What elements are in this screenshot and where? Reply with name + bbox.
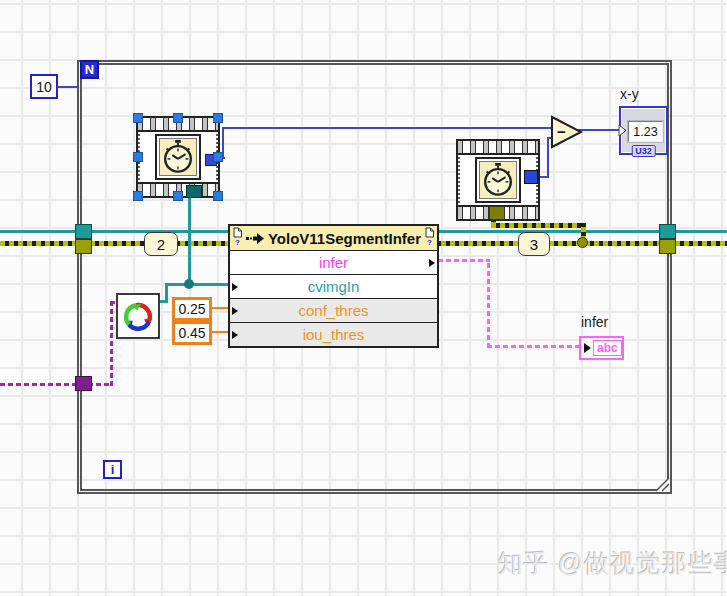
labview-block-diagram-canvas: N i 10 2 3 xyxy=(0,0,727,596)
xy-indicator-label: x-y xyxy=(620,86,639,102)
infer-indicator-label: infer xyxy=(581,314,608,330)
clock-vi-1[interactable] xyxy=(136,116,220,198)
color-convert-node[interactable] xyxy=(116,293,160,339)
output-terminal-arrow-icon xyxy=(429,259,435,267)
cluster-tunnel-left[interactable] xyxy=(75,376,92,391)
iou-thres-constant[interactable]: 0.45 xyxy=(172,321,212,345)
yolo-node-title: YoloV11SegmentInfer xyxy=(268,230,421,247)
input-terminal-arrow-icon xyxy=(232,307,238,315)
input-terminal-arrow-icon xyxy=(232,331,238,339)
yolo-row-conf-thres[interactable]: conf_thres xyxy=(230,298,437,322)
loop-iteration-terminal[interactable]: i xyxy=(103,460,122,479)
yolo-row-iou-thres[interactable]: iou_thres xyxy=(230,322,437,346)
input-terminal-arrow-icon xyxy=(232,283,238,291)
image-tunnel-right[interactable] xyxy=(659,224,676,239)
filmstrip-top-band xyxy=(458,141,538,155)
xy-indicator-type-tag: U32 xyxy=(631,145,656,157)
image-tunnel-left[interactable] xyxy=(75,224,92,239)
loop-count-wire[interactable] xyxy=(57,86,78,88)
xy-indicator-value: 1.23 xyxy=(628,121,663,142)
loop-count-terminal[interactable]: N xyxy=(80,60,99,79)
error-tunnel-right[interactable] xyxy=(659,239,676,254)
clock2-output-terminal[interactable] xyxy=(524,170,538,184)
yolo-node-header[interactable]: ? YoloV11SegmentInfer ? xyxy=(230,226,437,250)
error-in-terminal-icon[interactable]: ? xyxy=(232,227,243,247)
stopwatch-icon xyxy=(160,138,196,176)
xy-numeric-indicator[interactable]: 1.23 U32 xyxy=(619,106,668,155)
indicator-input-arrow-icon xyxy=(584,343,591,353)
infer-string-indicator[interactable]: abc xyxy=(579,336,624,360)
selection-handle[interactable] xyxy=(173,113,183,123)
rgb-arrows-icon xyxy=(118,295,158,337)
error-out-terminal-icon[interactable]: ? xyxy=(424,227,435,247)
conf-thres-constant[interactable]: 0.25 xyxy=(172,297,212,321)
wire-label-2[interactable]: 2 xyxy=(144,232,178,256)
yolo-segment-infer-node[interactable]: ? YoloV11SegmentInfer ? infer cvimgIn xyxy=(228,224,439,348)
selection-handle[interactable] xyxy=(133,113,143,123)
stopwatch-icon xyxy=(480,161,516,199)
subtract-operator: − xyxy=(555,123,568,140)
loop-count-constant[interactable]: 10 xyxy=(30,74,58,99)
selection-handle[interactable] xyxy=(133,191,143,201)
loop-resize-grip-icon[interactable] xyxy=(655,477,670,492)
selection-handle[interactable] xyxy=(213,152,223,162)
clock2-error-terminal[interactable] xyxy=(489,206,505,220)
string-type-glyph: abc xyxy=(593,340,622,356)
yolo-row-infer[interactable]: infer xyxy=(230,250,437,274)
clock1-image-terminal[interactable] xyxy=(186,185,202,198)
wire-label-3[interactable]: 3 xyxy=(518,232,550,256)
clock-vi-2[interactable] xyxy=(456,139,540,221)
indicator-input-arrow-icon xyxy=(618,124,627,137)
selection-handle[interactable] xyxy=(133,152,143,162)
yolo-row-cvimgin[interactable]: cvimgIn xyxy=(230,274,437,298)
selection-handle[interactable] xyxy=(213,191,223,201)
error-tunnel-left[interactable] xyxy=(75,239,92,254)
selection-handle[interactable] xyxy=(173,191,183,201)
method-arrow-icon xyxy=(246,233,264,244)
selection-handle[interactable] xyxy=(213,113,223,123)
watermark: 知乎 @做视觉那些事 xyxy=(498,547,727,580)
